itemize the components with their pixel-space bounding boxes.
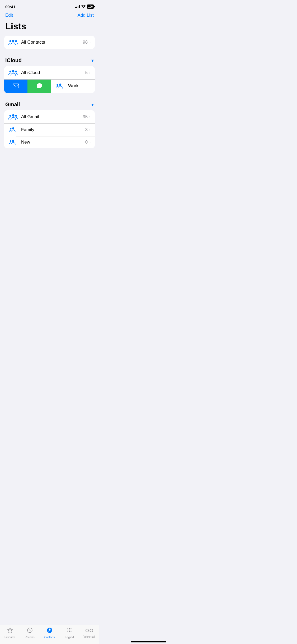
all-icloud-chevron: › — [89, 71, 91, 75]
all-gmail-row[interactable]: All Gmail 95 › — [4, 110, 95, 123]
svg-point-14 — [12, 140, 14, 142]
svg-point-8 — [56, 84, 58, 86]
status-bar: 09:41 100 — [0, 0, 99, 12]
edit-button[interactable]: Edit — [5, 13, 13, 18]
svg-rect-6 — [13, 84, 19, 88]
signal-icon — [75, 5, 80, 8]
gmail-title: Gmail — [5, 102, 20, 108]
work-row[interactable]: Work — [51, 80, 95, 92]
all-contacts-card: All Contacts 98 › — [4, 36, 95, 49]
all-contacts-chevron: › — [89, 40, 91, 44]
svg-point-1 — [10, 40, 11, 42]
icloud-section-header[interactable]: iCloud ▾ — [0, 55, 99, 66]
new-icon — [8, 140, 18, 145]
status-icons: 100 — [75, 4, 94, 9]
family-icon — [8, 127, 18, 132]
all-contacts-count: 98 — [83, 40, 88, 45]
svg-point-12 — [12, 127, 14, 130]
svg-point-5 — [15, 71, 17, 72]
svg-point-3 — [12, 70, 15, 72]
all-icloud-label: All iCloud — [21, 70, 85, 75]
all-icloud-row[interactable]: All iCloud 5 › — [4, 66, 95, 79]
work-row-wrapper: Work — [4, 79, 95, 93]
svg-point-11 — [15, 115, 17, 117]
battery-icon: 100 — [87, 4, 94, 9]
family-label: Family — [21, 127, 85, 132]
mail-action-button[interactable] — [4, 80, 27, 93]
svg-point-15 — [10, 140, 11, 142]
work-icon — [55, 83, 65, 89]
family-count: 3 — [85, 127, 88, 132]
svg-point-13 — [10, 128, 11, 130]
new-chevron: › — [89, 140, 91, 144]
all-contacts-label: All Contacts — [21, 40, 83, 45]
page-title: Lists — [0, 20, 99, 36]
all-contacts-icon — [8, 39, 18, 45]
wifi-icon — [81, 5, 86, 9]
all-contacts-row[interactable]: All Contacts 98 › — [8, 36, 91, 49]
swipe-actions — [4, 80, 51, 93]
svg-point-4 — [10, 71, 11, 72]
gmail-section-header[interactable]: Gmail ▾ — [0, 99, 99, 110]
new-row[interactable]: New 0 › — [4, 136, 95, 148]
all-gmail-chevron: › — [89, 115, 91, 119]
all-gmail-icon — [8, 114, 18, 120]
all-gmail-label: All Gmail — [21, 114, 83, 119]
message-action-button[interactable] — [27, 80, 51, 93]
new-count: 0 — [85, 140, 88, 145]
svg-point-9 — [12, 114, 15, 117]
all-gmail-count: 95 — [83, 114, 88, 119]
family-row[interactable]: Family 3 › — [4, 123, 95, 136]
navigation-bar: Edit Add List — [0, 12, 99, 20]
status-time: 09:41 — [5, 4, 15, 9]
message-icon — [36, 83, 43, 90]
new-label: New — [21, 140, 85, 145]
icloud-title: iCloud — [5, 57, 22, 63]
gmail-card: All Gmail 95 › Family 3 › New 0 — [4, 110, 95, 148]
icloud-chevron-down: ▾ — [91, 58, 94, 63]
icloud-card: All iCloud 5 › — [4, 66, 95, 93]
svg-point-0 — [12, 40, 15, 42]
add-list-button[interactable]: Add List — [78, 13, 94, 18]
mail-icon — [13, 83, 19, 90]
all-icloud-icon — [8, 70, 18, 76]
all-icloud-count: 5 — [85, 70, 88, 75]
work-label: Work — [68, 83, 95, 89]
family-chevron: › — [89, 128, 91, 132]
svg-point-7 — [59, 84, 61, 86]
svg-point-10 — [10, 115, 11, 117]
gmail-chevron-down: ▾ — [91, 102, 94, 108]
svg-point-2 — [15, 40, 17, 42]
